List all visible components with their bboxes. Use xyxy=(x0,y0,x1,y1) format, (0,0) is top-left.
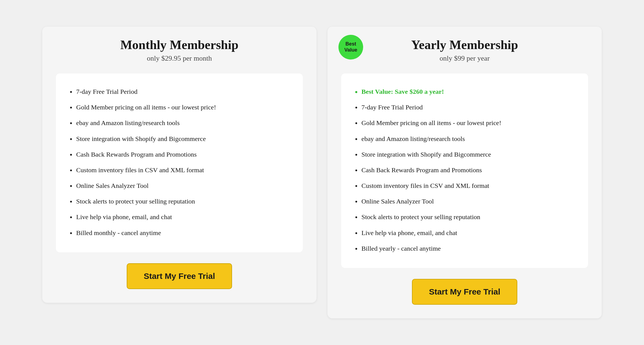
list-item: 7-day Free Trial Period xyxy=(70,84,289,100)
list-item: Store integration with Shopify and Bigco… xyxy=(70,132,289,147)
list-item: Billed monthly - cancel anytime xyxy=(70,226,289,241)
list-item: 7-day Free Trial Period xyxy=(355,100,574,116)
yearly-title: Yearly Membership xyxy=(341,38,588,52)
yearly-subtitle: only $99 per year xyxy=(341,54,588,63)
monthly-features-list: 7-day Free Trial Period Gold Member pric… xyxy=(70,84,289,241)
pricing-container: Monthly Membership only $29.95 per month… xyxy=(20,27,624,318)
monthly-features-box: 7-day Free Trial Period Gold Member pric… xyxy=(56,73,303,252)
list-item: Live help via phone, email, and chat xyxy=(70,210,289,225)
list-item: Stock alerts to protect your selling rep… xyxy=(355,210,574,225)
list-item-best-value: Best Value: Save $260 a year! xyxy=(355,84,574,100)
monthly-card-header: Monthly Membership only $29.95 per month xyxy=(56,38,303,63)
list-item: Cash Back Rewards Program and Promotions xyxy=(70,147,289,163)
list-item: Live help via phone, email, and chat xyxy=(355,226,574,241)
yearly-start-trial-button[interactable]: Start My Free Trial xyxy=(412,279,517,305)
monthly-title: Monthly Membership xyxy=(56,38,303,52)
list-item: Online Sales Analyzer Tool xyxy=(355,194,574,210)
list-item: ebay and Amazon listing/research tools xyxy=(70,116,289,131)
list-item: Gold Member pricing on all items - our l… xyxy=(70,100,289,116)
yearly-card-header: BestValue Yearly Membership only $99 per… xyxy=(341,38,588,63)
monthly-start-trial-button[interactable]: Start My Free Trial xyxy=(127,263,232,289)
list-item: Custom inventory files in CSV and XML fo… xyxy=(355,179,574,194)
yearly-card: BestValue Yearly Membership only $99 per… xyxy=(327,27,602,318)
yearly-cta-container: Start My Free Trial xyxy=(341,279,588,305)
yearly-features-box: Best Value: Save $260 a year! 7-day Free… xyxy=(341,73,588,268)
list-item: Cash Back Rewards Program and Promotions xyxy=(355,163,574,179)
list-item: Gold Member pricing on all items - our l… xyxy=(355,116,574,131)
list-item: Billed yearly - cancel anytime xyxy=(355,241,574,257)
list-item: Custom inventory files in CSV and XML fo… xyxy=(70,163,289,179)
list-item: Online Sales Analyzer Tool xyxy=(70,179,289,194)
monthly-card: Monthly Membership only $29.95 per month… xyxy=(42,27,317,303)
monthly-subtitle: only $29.95 per month xyxy=(56,54,303,63)
yearly-features-list: Best Value: Save $260 a year! 7-day Free… xyxy=(355,84,574,257)
monthly-cta-container: Start My Free Trial xyxy=(56,263,303,289)
list-item: ebay and Amazon listing/research tools xyxy=(355,132,574,147)
best-value-badge: BestValue xyxy=(338,35,363,60)
list-item: Stock alerts to protect your selling rep… xyxy=(70,194,289,210)
list-item: Store integration with Shopify and Bigco… xyxy=(355,147,574,163)
